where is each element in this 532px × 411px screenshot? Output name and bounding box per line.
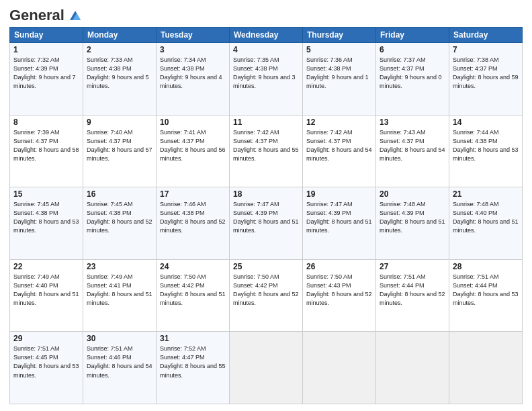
- day-number: 22: [13, 262, 79, 271]
- day-info: Sunrise: 7:52 AMSunset: 4:47 PMDaylight:…: [160, 345, 226, 379]
- day-info: Sunrise: 7:35 AMSunset: 4:38 PMDaylight:…: [233, 56, 299, 91]
- day-info: Sunrise: 7:51 AMSunset: 4:44 PMDaylight:…: [453, 273, 519, 308]
- day-number: 23: [87, 262, 152, 271]
- day-info: Sunrise: 7:43 AMSunset: 4:37 PMDaylight:…: [380, 128, 445, 163]
- day-cell: 18Sunrise: 7:47 AMSunset: 4:39 PMDayligh…: [230, 187, 303, 260]
- day-number: 21: [453, 189, 519, 199]
- weekday-header-thursday: Thursday: [303, 28, 376, 43]
- day-cell: 4Sunrise: 7:35 AMSunset: 4:38 PMDaylight…: [230, 43, 303, 116]
- day-cell: 12Sunrise: 7:42 AMSunset: 4:37 PMDayligh…: [303, 115, 376, 187]
- header: General: [9, 7, 523, 21]
- day-number: 2: [87, 45, 152, 54]
- day-info: Sunrise: 7:50 AMSunset: 4:42 PMDaylight:…: [160, 273, 226, 308]
- day-info: Sunrise: 7:40 AMSunset: 4:37 PMDaylight:…: [87, 128, 152, 163]
- day-info: Sunrise: 7:48 AMSunset: 4:40 PMDaylight:…: [453, 200, 519, 235]
- day-info: Sunrise: 7:38 AMSunset: 4:37 PMDaylight:…: [453, 56, 519, 91]
- day-info: Sunrise: 7:45 AMSunset: 4:38 PMDaylight:…: [13, 200, 79, 235]
- day-number: 28: [453, 262, 519, 271]
- day-info: Sunrise: 7:34 AMSunset: 4:38 PMDaylight:…: [160, 56, 226, 91]
- day-info: Sunrise: 7:49 AMSunset: 4:40 PMDaylight:…: [13, 273, 79, 308]
- week-row-4: 22Sunrise: 7:49 AMSunset: 4:40 PMDayligh…: [10, 259, 523, 332]
- day-number: 18: [233, 189, 299, 199]
- day-info: Sunrise: 7:42 AMSunset: 4:37 PMDaylight:…: [306, 128, 372, 163]
- day-info: Sunrise: 7:41 AMSunset: 4:37 PMDaylight:…: [160, 128, 226, 163]
- day-info: Sunrise: 7:39 AMSunset: 4:37 PMDaylight:…: [13, 128, 79, 163]
- day-number: 6: [380, 45, 445, 54]
- day-number: 15: [13, 189, 79, 199]
- day-info: Sunrise: 7:46 AMSunset: 4:38 PMDaylight:…: [160, 200, 226, 235]
- day-cell: 21Sunrise: 7:48 AMSunset: 4:40 PMDayligh…: [449, 187, 523, 260]
- day-cell: 25Sunrise: 7:50 AMSunset: 4:42 PMDayligh…: [230, 259, 303, 332]
- day-cell: 8Sunrise: 7:39 AMSunset: 4:37 PMDaylight…: [10, 115, 83, 187]
- day-cell: 3Sunrise: 7:34 AMSunset: 4:38 PMDaylight…: [157, 43, 230, 116]
- day-info: Sunrise: 7:45 AMSunset: 4:38 PMDaylight:…: [87, 200, 152, 235]
- day-info: Sunrise: 7:47 AMSunset: 4:39 PMDaylight:…: [306, 200, 372, 235]
- day-number: 11: [233, 118, 299, 127]
- day-number: 24: [160, 262, 226, 271]
- day-cell: 27Sunrise: 7:51 AMSunset: 4:44 PMDayligh…: [376, 259, 449, 332]
- day-number: 13: [380, 118, 445, 127]
- day-cell: 22Sunrise: 7:49 AMSunset: 4:40 PMDayligh…: [10, 259, 83, 332]
- day-cell: 2Sunrise: 7:33 AMSunset: 4:38 PMDaylight…: [83, 43, 157, 116]
- day-number: 12: [306, 118, 372, 127]
- day-cell: 20Sunrise: 7:48 AMSunset: 4:39 PMDayligh…: [376, 187, 449, 260]
- day-cell: [376, 332, 449, 404]
- day-number: 30: [87, 334, 152, 343]
- day-info: Sunrise: 7:49 AMSunset: 4:41 PMDaylight:…: [87, 273, 152, 308]
- day-cell: 28Sunrise: 7:51 AMSunset: 4:44 PMDayligh…: [449, 259, 523, 332]
- day-cell: [303, 332, 376, 404]
- day-cell: [230, 332, 303, 404]
- day-cell: 31Sunrise: 7:52 AMSunset: 4:47 PMDayligh…: [157, 332, 230, 404]
- day-cell: 10Sunrise: 7:41 AMSunset: 4:37 PMDayligh…: [157, 115, 230, 187]
- day-cell: 7Sunrise: 7:38 AMSunset: 4:37 PMDaylight…: [449, 43, 523, 116]
- day-cell: 15Sunrise: 7:45 AMSunset: 4:38 PMDayligh…: [10, 187, 83, 260]
- day-cell: 23Sunrise: 7:49 AMSunset: 4:41 PMDayligh…: [83, 259, 157, 332]
- day-number: 8: [13, 118, 79, 127]
- day-cell: 24Sunrise: 7:50 AMSunset: 4:42 PMDayligh…: [157, 259, 230, 332]
- day-info: Sunrise: 7:32 AMSunset: 4:39 PMDaylight:…: [13, 56, 79, 91]
- weekday-header-saturday: Saturday: [449, 28, 523, 43]
- day-number: 1: [13, 45, 79, 54]
- day-info: Sunrise: 7:37 AMSunset: 4:37 PMDaylight:…: [380, 56, 445, 91]
- day-info: Sunrise: 7:51 AMSunset: 4:45 PMDaylight:…: [13, 345, 79, 379]
- day-number: 16: [87, 189, 152, 199]
- day-cell: 14Sunrise: 7:44 AMSunset: 4:38 PMDayligh…: [449, 115, 523, 187]
- day-cell: 26Sunrise: 7:50 AMSunset: 4:43 PMDayligh…: [303, 259, 376, 332]
- day-cell: 6Sunrise: 7:37 AMSunset: 4:37 PMDaylight…: [376, 43, 449, 116]
- day-cell: 19Sunrise: 7:47 AMSunset: 4:39 PMDayligh…: [303, 187, 376, 260]
- day-number: 26: [306, 262, 372, 271]
- day-info: Sunrise: 7:44 AMSunset: 4:38 PMDaylight:…: [453, 128, 519, 163]
- weekday-header-friday: Friday: [376, 28, 449, 43]
- day-number: 5: [306, 45, 372, 54]
- day-info: Sunrise: 7:50 AMSunset: 4:43 PMDaylight:…: [306, 273, 372, 308]
- week-row-1: 1Sunrise: 7:32 AMSunset: 4:39 PMDaylight…: [10, 43, 523, 116]
- day-number: 7: [453, 45, 519, 54]
- day-info: Sunrise: 7:48 AMSunset: 4:39 PMDaylight:…: [380, 200, 445, 235]
- day-cell: 29Sunrise: 7:51 AMSunset: 4:45 PMDayligh…: [10, 332, 83, 404]
- day-info: Sunrise: 7:47 AMSunset: 4:39 PMDaylight:…: [233, 200, 299, 235]
- day-info: Sunrise: 7:50 AMSunset: 4:42 PMDaylight:…: [233, 273, 299, 308]
- day-cell: 17Sunrise: 7:46 AMSunset: 4:38 PMDayligh…: [157, 187, 230, 260]
- weekday-header-row: SundayMondayTuesdayWednesdayThursdayFrid…: [10, 28, 523, 43]
- day-info: Sunrise: 7:51 AMSunset: 4:44 PMDaylight:…: [380, 273, 445, 308]
- day-cell: 30Sunrise: 7:51 AMSunset: 4:46 PMDayligh…: [83, 332, 157, 404]
- day-number: 3: [160, 45, 226, 54]
- day-cell: 16Sunrise: 7:45 AMSunset: 4:38 PMDayligh…: [83, 187, 157, 260]
- week-row-5: 29Sunrise: 7:51 AMSunset: 4:45 PMDayligh…: [10, 332, 523, 404]
- day-number: 10: [160, 118, 226, 127]
- day-cell: 5Sunrise: 7:36 AMSunset: 4:38 PMDaylight…: [303, 43, 376, 116]
- day-cell: 9Sunrise: 7:40 AMSunset: 4:37 PMDaylight…: [83, 115, 157, 187]
- weekday-header-wednesday: Wednesday: [230, 28, 303, 43]
- week-row-3: 15Sunrise: 7:45 AMSunset: 4:38 PMDayligh…: [10, 187, 523, 260]
- logo-icon: [67, 8, 82, 23]
- day-cell: 13Sunrise: 7:43 AMSunset: 4:37 PMDayligh…: [376, 115, 449, 187]
- day-number: 29: [13, 334, 79, 343]
- day-number: 25: [233, 262, 299, 271]
- day-info: Sunrise: 7:33 AMSunset: 4:38 PMDaylight:…: [87, 56, 152, 91]
- day-number: 31: [160, 334, 226, 343]
- day-number: 20: [380, 189, 445, 199]
- day-number: 4: [233, 45, 299, 54]
- day-number: 19: [306, 189, 372, 199]
- day-info: Sunrise: 7:51 AMSunset: 4:46 PMDaylight:…: [87, 345, 152, 379]
- day-number: 14: [453, 118, 519, 127]
